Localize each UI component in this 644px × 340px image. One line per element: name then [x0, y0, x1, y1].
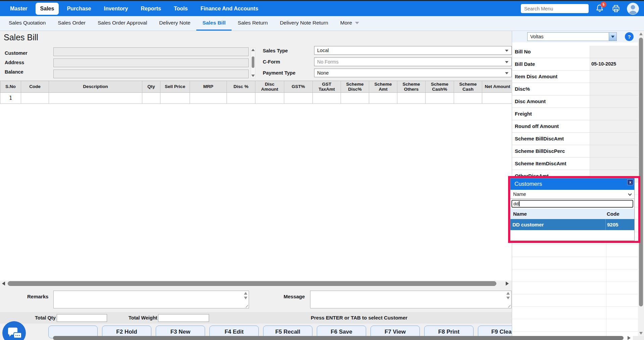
summary-row-value[interactable]: [590, 120, 638, 133]
payment-type-select[interactable]: None: [314, 69, 512, 77]
subnav-item-sales-return[interactable]: Sales Return: [232, 16, 274, 31]
items-table-header: S.NoCodeDescriptionQtySell PriceMRPDisc …: [0, 81, 513, 93]
chevron-down-icon: [505, 50, 508, 52]
item-cell-qty[interactable]: [142, 93, 160, 104]
item-cell-disc-amount[interactable]: [255, 93, 284, 104]
scroll-right-arrow-icon[interactable]: [506, 282, 509, 286]
name-column-header: Name: [513, 211, 527, 217]
subnav-item-sales-bill[interactable]: Sales Bill: [196, 16, 232, 31]
customer-row-empty: [510, 230, 634, 240]
subnav-item-delivery-note-return[interactable]: Delivery Note Return: [274, 16, 334, 31]
customer-row-dd-customer[interactable]: DD customer9205: [510, 219, 634, 230]
scroll-thumb[interactable]: [252, 56, 254, 68]
item-cell-s-no[interactable]: 1: [0, 93, 21, 104]
notifications-button[interactable]: 5: [595, 3, 605, 14]
dropdown-arrow-button[interactable]: [609, 33, 616, 41]
resize-handle-icon[interactable]: [507, 304, 510, 307]
item-cell-scheme-amt[interactable]: [369, 93, 397, 104]
summary-row-value[interactable]: [590, 83, 638, 95]
search-menu-input[interactable]: [521, 4, 589, 13]
summary-row-value[interactable]: [590, 145, 638, 158]
scroll-thumb[interactable]: [53, 336, 624, 340]
column-header-description: Description: [49, 81, 142, 93]
scroll-thumb[interactable]: [639, 38, 643, 306]
topnav-item-sales[interactable]: Sales: [36, 3, 59, 15]
items-table-row[interactable]: 1: [0, 93, 513, 104]
subnav-item-sales-order[interactable]: Sales Order: [52, 16, 92, 31]
item-cell-description[interactable]: [49, 93, 142, 104]
scroll-right-arrow-icon[interactable]: [628, 336, 631, 340]
summary-row-label: Round off Amount: [512, 120, 590, 133]
balance-input[interactable]: [53, 70, 249, 78]
summary-row-value[interactable]: [590, 158, 638, 170]
summary-row-empty: [512, 319, 638, 332]
user-avatar[interactable]: [627, 3, 639, 15]
address-input[interactable]: [53, 58, 249, 67]
summary-row-empty: [512, 269, 638, 282]
summary-row-value[interactable]: [590, 71, 638, 83]
printer-icon[interactable]: [611, 4, 621, 13]
subnav-item-sales-quotation[interactable]: Sales Quotation: [3, 16, 52, 31]
summary-row-scheme-billdiscamt: Scheme BillDiscAmt: [512, 133, 638, 145]
item-cell-code[interactable]: [21, 93, 49, 104]
scroll-down-arrow-icon[interactable]: [251, 75, 255, 77]
subnav-item-label: Sales Return: [238, 20, 268, 26]
cform-select[interactable]: No Forms: [314, 57, 512, 66]
scroll-up-arrow-icon[interactable]: [639, 33, 643, 35]
scroll-left-arrow-icon[interactable]: [2, 282, 5, 286]
sales-type-select[interactable]: Local: [314, 46, 512, 55]
total-weight-input[interactable]: [158, 314, 209, 322]
form-vertical-scrollbar[interactable]: [251, 47, 255, 78]
scroll-down-arrow-icon[interactable]: [639, 332, 643, 335]
topnav-item-purchase[interactable]: Purchase: [62, 3, 96, 15]
summary-row-value[interactable]: [590, 46, 638, 58]
page-vertical-scrollbar[interactable]: [638, 31, 644, 340]
item-cell-scheme-cash[interactable]: [426, 93, 454, 104]
item-cell-mrp[interactable]: [190, 93, 227, 104]
page-horizontal-scrollbar[interactable]: [53, 336, 644, 340]
topnav-item-master[interactable]: Master: [5, 3, 32, 15]
topnav-item-finance-and-accounts[interactable]: Finance And Accounts: [196, 3, 263, 15]
text-cursor: [519, 201, 519, 206]
topnav-item-reports[interactable]: Reports: [136, 3, 165, 15]
scroll-up-arrow-icon[interactable]: [251, 49, 255, 51]
subnav-item-sales-order-approval[interactable]: Sales Order Approval: [92, 16, 153, 31]
scroll-up-arrow-icon[interactable]: [244, 292, 247, 295]
topnav-item-inventory[interactable]: Inventory: [99, 3, 133, 15]
help-button[interactable]: ?: [625, 32, 634, 41]
item-cell-scheme-disc[interactable]: [341, 93, 369, 104]
summary-row-value[interactable]: [590, 95, 638, 108]
subnav-item-label: Sales Bill: [202, 20, 226, 26]
summary-row-value[interactable]: [590, 108, 638, 120]
column-header-code: Code: [21, 81, 49, 93]
customer-search-input[interactable]: dd: [511, 200, 633, 208]
item-cell-sell-price[interactable]: [160, 93, 190, 104]
subnav-item-delivery-note[interactable]: Delivery Note: [153, 16, 196, 31]
message-textarea[interactable]: [310, 291, 511, 308]
total-qty-input[interactable]: [57, 314, 107, 322]
company-select[interactable]: Voltas: [527, 32, 617, 41]
table-horizontal-scrollbar[interactable]: [1, 281, 511, 287]
summary-row-value[interactable]: [590, 133, 638, 145]
scroll-thumb[interactable]: [8, 281, 496, 286]
item-cell-net-amount[interactable]: [482, 93, 513, 104]
item-cell-gst[interactable]: [284, 93, 313, 104]
item-cell-scheme-cash[interactable]: [454, 93, 482, 104]
subnav-item-label: Sales Order Approval: [98, 20, 147, 26]
resize-handle-icon[interactable]: [245, 304, 248, 307]
item-cell-scheme-others[interactable]: [397, 93, 426, 104]
remarks-textarea[interactable]: [53, 291, 249, 308]
payment-type-label: Payment Type: [263, 70, 295, 76]
close-icon[interactable]: x: [627, 179, 633, 185]
topnav-item-tools[interactable]: Tools: [169, 3, 192, 15]
column-header-scheme-others: Scheme Others: [397, 81, 426, 93]
scroll-up-arrow-icon[interactable]: [506, 292, 510, 295]
scroll-down-arrow-icon[interactable]: [506, 297, 510, 299]
summary-row-value[interactable]: 05-10-2025: [590, 58, 638, 71]
item-cell-disc[interactable]: [227, 93, 255, 104]
subnav-item-more[interactable]: More: [334, 16, 365, 31]
search-by-select[interactable]: Name: [510, 190, 634, 199]
customer-input[interactable]: [53, 47, 249, 56]
item-cell-gst-taxamt[interactable]: [313, 93, 341, 104]
scroll-down-arrow-icon[interactable]: [244, 297, 247, 299]
